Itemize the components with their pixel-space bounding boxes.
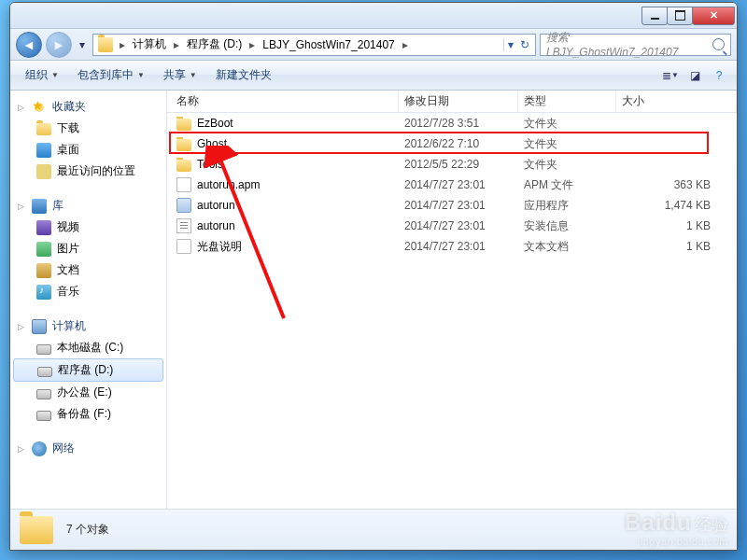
drive-icon (37, 367, 52, 377)
sidebar-item-drive-f[interactable]: 备份盘 (F:) (10, 403, 166, 425)
star-icon (32, 100, 47, 115)
sidebar-favorites-group: ▷收藏夹 下载 桌面 最近访问的位置 (10, 96, 166, 182)
column-name[interactable]: 名称 (167, 91, 399, 112)
folder-icon (20, 516, 53, 544)
sidebar-item-downloads[interactable]: 下载 (10, 118, 166, 139)
inf-icon (176, 218, 191, 233)
file-row[interactable]: autorun 2014/7/27 23:01安装信息1 KB (167, 216, 737, 236)
library-icon (32, 199, 47, 214)
music-icon (36, 285, 51, 300)
file-row[interactable]: 光盘说明 2014/7/27 23:01文本文档1 KB (167, 236, 737, 257)
help-button[interactable]: ? (709, 65, 729, 86)
status-bar: 7 个对象 (10, 509, 737, 550)
explorer-body: ▷收藏夹 下载 桌面 最近访问的位置 ▷库 视频 图片 文档 音乐 ▷计算机 本… (10, 91, 737, 509)
breadcrumb-item[interactable]: 程序盘 (D:) (181, 34, 247, 55)
recent-icon (36, 164, 51, 179)
chevron-right-icon[interactable]: ▸ (118, 38, 127, 51)
file-row[interactable]: autorun.apm 2014/7/27 23:01APM 文件363 KB (167, 175, 737, 195)
minimize-button[interactable] (641, 7, 668, 25)
forward-button[interactable]: ► (46, 32, 72, 58)
back-button[interactable]: ◄ (16, 32, 42, 58)
new-folder-button[interactable]: 新建文件夹 (208, 63, 279, 87)
history-dropdown[interactable]: ▾ (76, 36, 89, 53)
exe-icon (176, 198, 191, 213)
toolbar: 组织▼ 包含到库中▼ 共享▼ 新建文件夹 ≣ ▼ ◪ ? (10, 61, 737, 91)
window-controls (642, 7, 735, 25)
computer-icon (32, 319, 47, 334)
folder-icon (98, 37, 113, 52)
column-type[interactable]: 类型 (518, 91, 616, 112)
address-refresh[interactable]: ▾ ↻ (503, 38, 533, 51)
sidebar-item-drive-e[interactable]: 办公盘 (E:) (10, 382, 166, 403)
sidebar-item-desktop[interactable]: 桌面 (10, 139, 166, 161)
desktop-icon (36, 143, 51, 158)
drive-icon (36, 344, 51, 355)
titlebar (10, 3, 737, 29)
file-row[interactable]: EzBoot 2012/7/28 3:51文件夹 (167, 113, 737, 133)
folder-icon (176, 160, 191, 172)
search-placeholder: 搜索 LBJY_GhostWin7_201407 (546, 30, 703, 59)
file-row[interactable]: autorun 2014/7/27 23:01应用程序1,474 KB (167, 195, 737, 216)
address-bar[interactable]: ▸ 计算机 ▸ 程序盘 (D:) ▸ LBJY_GhostWin7_201407… (92, 34, 536, 56)
share-button[interactable]: 共享▼ (156, 63, 204, 87)
file-icon (176, 239, 191, 254)
sidebar-libraries-head[interactable]: ▷库 (10, 195, 166, 217)
network-icon (32, 441, 47, 456)
file-icon (176, 177, 191, 192)
maximize-button[interactable] (667, 7, 693, 25)
sidebar-item-music[interactable]: 音乐 (10, 281, 166, 302)
sidebar-item-videos[interactable]: 视频 (10, 217, 166, 238)
file-row[interactable]: Ghost 2012/6/22 7:10文件夹 (167, 133, 737, 154)
sidebar-network-head[interactable]: ▷网络 (10, 438, 166, 459)
search-input[interactable]: 搜索 LBJY_GhostWin7_201407 (540, 34, 731, 56)
sidebar-item-documents[interactable]: 文档 (10, 259, 166, 281)
sidebar-libraries-group: ▷库 视频 图片 文档 音乐 (10, 195, 166, 302)
explorer-window: ◄ ► ▾ ▸ 计算机 ▸ 程序盘 (D:) ▸ LBJY_GhostWin7_… (9, 2, 738, 551)
search-icon (712, 38, 725, 50)
video-icon (36, 220, 51, 235)
breadcrumb: ▸ 计算机 ▸ 程序盘 (D:) ▸ LBJY_GhostWin7_201407… (118, 34, 410, 55)
preview-pane-button[interactable]: ◪ (684, 65, 705, 86)
sidebar-computer-group: ▷计算机 本地磁盘 (C:) 程序盘 (D:) 办公盘 (E:) 备份盘 (F:… (10, 315, 166, 425)
folder-icon (176, 139, 191, 151)
sidebar-item-pictures[interactable]: 图片 (10, 238, 166, 259)
file-rows: EzBoot 2012/7/28 3:51文件夹 Ghost 2012/6/22… (167, 113, 737, 509)
picture-icon (36, 242, 51, 257)
breadcrumb-item[interactable]: 计算机 (127, 34, 172, 55)
sidebar: ▷收藏夹 下载 桌面 最近访问的位置 ▷库 视频 图片 文档 音乐 ▷计算机 本… (10, 91, 167, 509)
sidebar-item-recent[interactable]: 最近访问的位置 (10, 161, 166, 182)
column-size[interactable]: 大小 (616, 91, 737, 112)
breadcrumb-item[interactable]: LBJY_GhostWin7_201407 (257, 35, 400, 54)
sidebar-item-drive-c[interactable]: 本地磁盘 (C:) (10, 337, 166, 358)
file-list: 名称 修改日期 类型 大小 EzBoot 2012/7/28 3:51文件夹 G… (167, 91, 737, 509)
file-row[interactable]: Tools 2012/5/5 22:29文件夹 (167, 154, 737, 175)
sidebar-item-drive-d[interactable]: 程序盘 (D:) (13, 358, 163, 382)
folder-icon (176, 119, 191, 131)
include-in-library-button[interactable]: 包含到库中▼ (70, 63, 152, 87)
view-options-button[interactable]: ≣ ▼ (660, 65, 681, 86)
drive-icon (36, 389, 51, 399)
chevron-right-icon[interactable]: ▸ (247, 38, 257, 51)
sidebar-network-group: ▷网络 (10, 438, 166, 459)
organize-button[interactable]: 组织▼ (18, 63, 66, 87)
chevron-right-icon[interactable]: ▸ (172, 38, 181, 51)
drive-icon (36, 411, 51, 421)
chevron-right-icon[interactable]: ▸ (401, 38, 410, 51)
sidebar-favorites-head[interactable]: ▷收藏夹 (10, 96, 166, 118)
sidebar-computer-head[interactable]: ▷计算机 (10, 315, 166, 337)
folder-icon (36, 123, 51, 135)
navbar: ◄ ► ▾ ▸ 计算机 ▸ 程序盘 (D:) ▸ LBJY_GhostWin7_… (10, 29, 737, 61)
status-text: 7 个对象 (66, 522, 109, 538)
document-icon (36, 263, 51, 278)
close-button[interactable] (692, 7, 735, 25)
column-date[interactable]: 修改日期 (399, 91, 518, 112)
column-headers: 名称 修改日期 类型 大小 (167, 91, 737, 113)
